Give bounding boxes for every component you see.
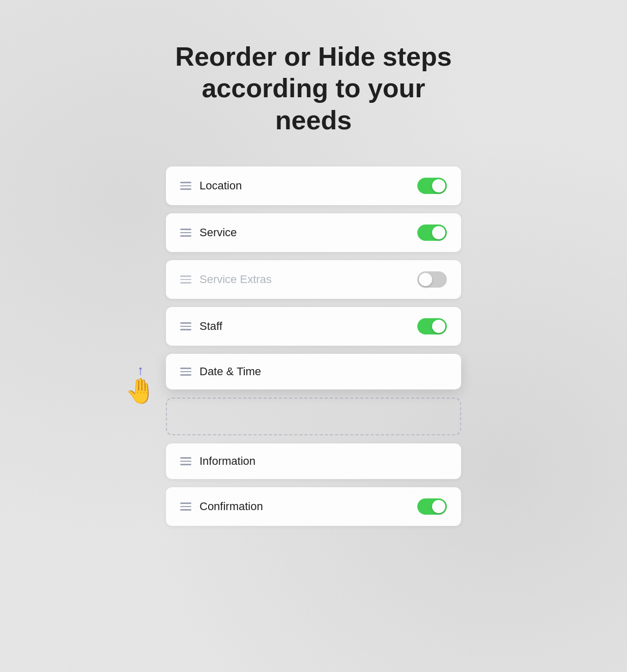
- toggle-thumb-service-extras: [419, 273, 432, 286]
- step-left: Information: [180, 455, 255, 468]
- step-label-location: Location: [200, 179, 242, 192]
- toggle-track-confirmation[interactable]: [417, 498, 447, 515]
- toggle-track-staff[interactable]: [417, 318, 447, 334]
- step-row-date-time: Date & Time ↑ 🤚: [166, 354, 461, 389]
- drag-handle-staff[interactable]: [180, 322, 191, 330]
- drag-handle-date-time[interactable]: [180, 368, 191, 376]
- hand-icon: 🤚: [125, 379, 156, 404]
- toggle-thumb-location: [432, 179, 445, 192]
- drag-handle-service-extras[interactable]: [180, 275, 191, 284]
- page-container: Reorder or Hide steps according to your …: [0, 41, 627, 526]
- step-left: Confirmation: [180, 500, 263, 513]
- step-left: Service Extras: [180, 273, 272, 286]
- toggle-track-location[interactable]: [417, 178, 447, 194]
- toggle-thumb-service: [432, 226, 445, 239]
- toggle-service-extras[interactable]: [417, 271, 447, 288]
- drag-handle-information[interactable]: [180, 457, 191, 465]
- step-row-confirmation: Confirmation: [166, 487, 461, 526]
- step-row-location: Location: [166, 166, 461, 205]
- drag-group: Date & Time ↑ 🤚: [166, 354, 461, 435]
- toggle-thumb-confirmation: [432, 500, 445, 513]
- step-label-date-time: Date & Time: [200, 365, 261, 378]
- drag-handle-service[interactable]: [180, 229, 191, 237]
- drag-handle-location[interactable]: [180, 182, 191, 190]
- arrow-up-icon: ↑: [137, 364, 144, 377]
- toggle-service[interactable]: [417, 225, 447, 241]
- drag-placeholder: [166, 398, 461, 435]
- steps-container: Location Service: [166, 166, 461, 526]
- step-row-staff: Staff: [166, 307, 461, 346]
- step-row-information: Information: [166, 443, 461, 479]
- step-row-service: Service: [166, 213, 461, 252]
- step-left: Staff: [180, 320, 222, 333]
- step-label-staff: Staff: [200, 320, 222, 333]
- toggle-confirmation[interactable]: [417, 498, 447, 515]
- step-left: Location: [180, 179, 242, 192]
- step-label-service-extras: Service Extras: [200, 273, 272, 286]
- drag-cursor: ↑ 🤚: [125, 364, 156, 404]
- step-row-service-extras: Service Extras: [166, 260, 461, 299]
- toggle-location[interactable]: [417, 178, 447, 194]
- toggle-staff[interactable]: [417, 318, 447, 334]
- toggle-track-service-extras[interactable]: [417, 271, 447, 288]
- drag-handle-confirmation[interactable]: [180, 502, 191, 511]
- step-label-service: Service: [200, 226, 237, 239]
- toggle-thumb-staff: [432, 320, 445, 333]
- toggle-track-service[interactable]: [417, 225, 447, 241]
- page-title: Reorder or Hide steps according to your …: [161, 41, 466, 136]
- step-left: Service: [180, 226, 237, 239]
- step-label-confirmation: Confirmation: [200, 500, 263, 513]
- step-left: Date & Time: [180, 365, 261, 378]
- step-label-information: Information: [200, 455, 255, 468]
